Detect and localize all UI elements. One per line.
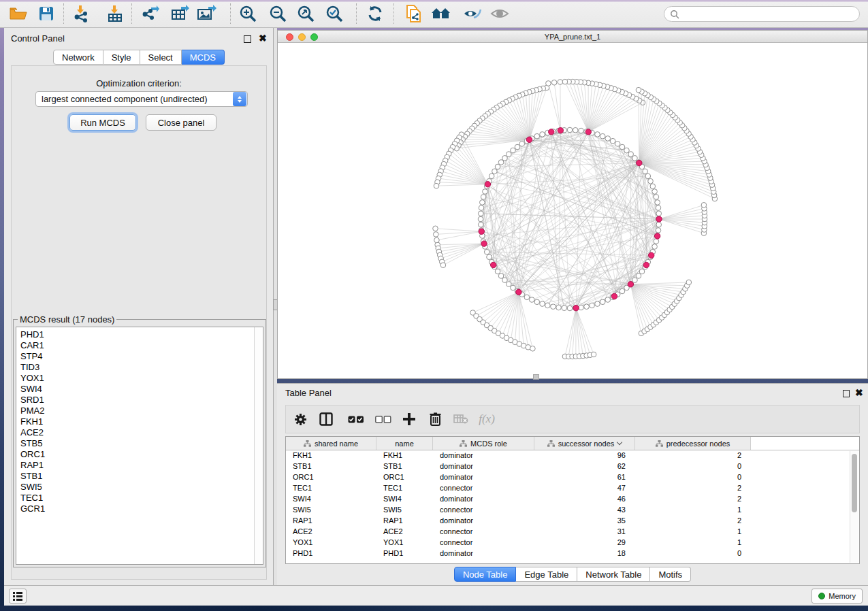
column-header-predecessor-nodes[interactable]: predecessor nodes (635, 437, 751, 450)
run-mcds-button[interactable]: Run MCDS (69, 114, 136, 131)
table-row[interactable]: YOX1YOX1connector291 (286, 538, 859, 548)
export-network-icon[interactable] (137, 2, 163, 25)
clone-network-icon[interactable] (401, 2, 427, 25)
columns-icon[interactable] (315, 409, 338, 429)
close-panel-button[interactable]: Close panel (146, 114, 216, 131)
column-header-name[interactable]: name (376, 437, 433, 450)
eye-icon[interactable] (487, 2, 513, 25)
tab-node-table[interactable]: Node Table (454, 567, 517, 582)
mcds-result-item[interactable]: SWI4 (20, 384, 263, 395)
table-scrollbar[interactable] (850, 451, 858, 563)
memory-button[interactable]: Memory (811, 589, 863, 604)
mcds-panel: Optimization criterion: largest connecte… (11, 65, 267, 580)
desktop-wallpaper (0, 606, 868, 611)
column-header-MCDS-role[interactable]: MCDS role (433, 437, 534, 450)
status-bar: Memory (4, 585, 868, 606)
mcds-result-group: MCDS result (17 nodes) PHD1CAR1STP4TID3Y… (13, 314, 266, 567)
gear-icon[interactable] (289, 409, 312, 429)
criterion-select[interactable]: largest connected component (undirected) (35, 91, 248, 107)
toolbar-separator (63, 3, 64, 24)
table-row[interactable]: SWI4SWI4dominator462 (286, 494, 859, 505)
close-table-panel-icon[interactable]: ✖ (855, 387, 863, 398)
mcds-result-title: MCDS result (17 nodes) (18, 314, 116, 325)
delete-icon[interactable] (423, 409, 447, 429)
import-table-icon[interactable] (102, 2, 128, 25)
mcds-result-item[interactable]: RAP1 (20, 460, 263, 471)
table-tabs: Node Table Edge Table Network Table Moti… (277, 567, 868, 582)
export-image-icon[interactable] (193, 2, 219, 25)
open-folder-icon[interactable] (5, 2, 31, 25)
tab-network[interactable]: Network (53, 50, 103, 65)
hide-visibility-icon[interactable] (460, 2, 485, 25)
mcds-result-item[interactable]: SRD1 (20, 395, 263, 406)
delete-table-icon[interactable] (449, 409, 472, 429)
network-window-titlebar[interactable]: YPA_prune.txt_1 (278, 31, 867, 43)
function-icon[interactable]: f(x) (475, 409, 498, 429)
mcds-result-item[interactable]: ACE2 (20, 427, 263, 438)
select-stepper-icon (233, 92, 246, 106)
select-all-icon[interactable] (344, 409, 368, 429)
first-neighbors-icon[interactable] (428, 2, 454, 25)
mcds-result-item[interactable]: STB1 (20, 471, 263, 482)
table-row[interactable]: RAP1RAP1dominator352 (286, 516, 859, 527)
mcds-result-item[interactable]: TEC1 (20, 493, 263, 503)
add-icon[interactable] (398, 409, 421, 429)
table-row[interactable]: SWI5SWI5connector431 (286, 505, 859, 516)
optimization-criterion-label: Optimization criterion: (12, 78, 266, 88)
hierarchy-icon (304, 440, 311, 447)
mcds-result-item[interactable]: STP4 (20, 351, 263, 362)
column-header-shared-name[interactable]: shared name (286, 437, 376, 450)
mcds-result-item[interactable]: CAR1 (20, 340, 263, 351)
mcds-result-item[interactable]: PMA2 (20, 406, 263, 416)
import-network-icon[interactable] (68, 2, 94, 25)
tab-mcds[interactable]: MCDS (182, 50, 225, 65)
mcds-result-item[interactable]: PHD1 (20, 329, 263, 340)
table-row[interactable]: PHD1PHD1dominator180 (286, 548, 859, 559)
mcds-result-item[interactable]: SWI5 (20, 482, 263, 493)
tab-network-table[interactable]: Network Table (577, 567, 650, 582)
table-scrollbar-thumb[interactable] (852, 454, 857, 512)
mcds-result-item[interactable]: STB5 (20, 438, 263, 449)
search-input[interactable] (664, 6, 860, 22)
tab-edge-table[interactable]: Edge Table (516, 567, 577, 582)
zoom-in-icon[interactable] (235, 2, 261, 25)
horizontal-splitter-grip[interactable] (533, 374, 539, 380)
control-panel-tabs: Network Style Select MCDS (53, 50, 225, 65)
float-panel-icon[interactable] (244, 35, 251, 43)
column-header-successor-nodes[interactable]: successor nodes (534, 437, 635, 450)
close-panel-icon[interactable]: ✖ (259, 33, 267, 44)
deselect-all-icon[interactable] (372, 409, 395, 429)
table-row[interactable]: TEC1TEC1connector472 (286, 483, 859, 494)
zoom-fit-icon[interactable] (293, 2, 319, 25)
save-icon[interactable] (33, 2, 59, 25)
mcds-list-scrollbar[interactable] (254, 327, 263, 564)
zoom-out-icon[interactable] (265, 2, 291, 25)
mcds-result-item[interactable]: ORC1 (20, 449, 263, 460)
table-body: FKH1FKH1dominator962STB1STB1dominator620… (286, 450, 859, 559)
network-view-window: YPA_prune.txt_1 (277, 30, 868, 379)
tab-select[interactable]: Select (140, 50, 182, 65)
table-row[interactable]: STB1STB1dominator620 (286, 461, 859, 472)
tab-motifs[interactable]: Motifs (650, 567, 691, 582)
zoom-selected-icon[interactable] (321, 2, 347, 25)
mcds-result-item[interactable]: YOX1 (20, 373, 263, 384)
table-row[interactable]: ACE2ACE2connector311 (286, 527, 859, 538)
network-canvas[interactable] (278, 43, 867, 378)
mcds-result-item[interactable]: TID3 (20, 362, 263, 373)
toolbar-separator (131, 3, 132, 24)
control-panel-title: Control Panel (11, 33, 65, 44)
mcds-result-item[interactable]: GCR1 (20, 503, 263, 514)
network-window-title: YPA_prune.txt_1 (278, 33, 867, 41)
export-table-icon[interactable] (167, 2, 193, 25)
tab-style[interactable]: Style (103, 50, 140, 65)
task-history-button[interactable] (9, 589, 27, 604)
node-table[interactable]: shared namenameMCDS rolesuccessor nodesp… (285, 436, 860, 564)
table-row[interactable]: ORC1ORC1dominator610 (286, 472, 859, 483)
refresh-icon[interactable] (362, 2, 388, 25)
float-table-panel-icon[interactable] (843, 390, 850, 397)
mcds-result-item[interactable]: FKH1 (20, 416, 263, 427)
mcds-result-list[interactable]: PHD1CAR1STP4TID3YOX1SWI4SRD1PMA2FKH1ACE2… (16, 327, 263, 565)
table-row[interactable]: FKH1FKH1dominator962 (286, 450, 859, 461)
list-icon (13, 592, 22, 601)
sort-descending-icon (617, 440, 622, 445)
